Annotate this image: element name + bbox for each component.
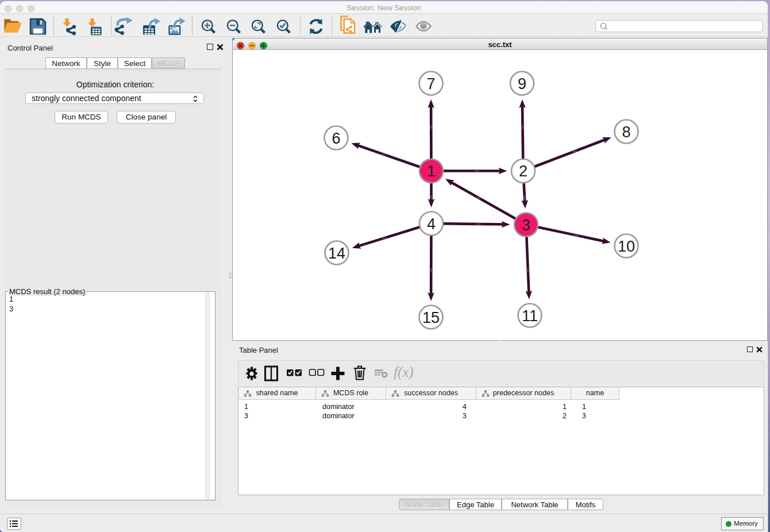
svg-text:2: 2 [519,163,528,180]
svg-text:15: 15 [422,309,440,326]
svg-text:1: 1 [427,163,436,180]
svg-text:7: 7 [426,75,435,92]
svg-text:14: 14 [328,245,345,262]
svg-text:11: 11 [522,307,538,325]
svg-text:4: 4 [427,215,436,233]
svg-text:10: 10 [618,238,635,255]
svg-text:8: 8 [622,124,630,141]
svg-text:6: 6 [332,130,340,147]
svg-text:9: 9 [518,75,526,92]
svg-text:3: 3 [522,217,530,234]
